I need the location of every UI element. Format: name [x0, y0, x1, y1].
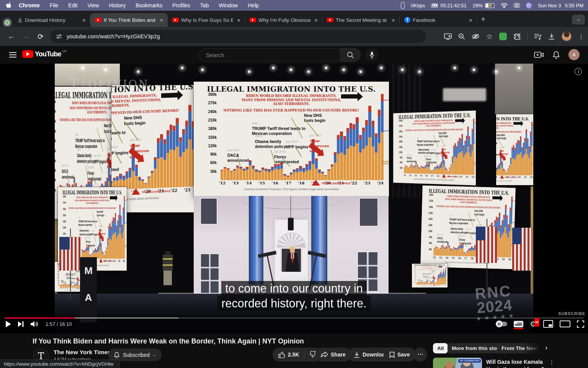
- install-icon[interactable]: [444, 33, 452, 40]
- theater-mode-button[interactable]: [560, 320, 570, 327]
- chart-bar: [293, 169, 296, 180]
- status-bar-url: https://www.youtube.com/watch?v=hNDgcjVG…: [0, 360, 119, 368]
- hidden-eye-icon[interactable]: [472, 33, 480, 39]
- chart-bar: [239, 167, 242, 180]
- miniplayer-button[interactable]: [543, 320, 553, 328]
- chart-bar: [138, 177, 141, 189]
- close-icon[interactable]: ×: [158, 17, 165, 23]
- control-center-icon[interactable]: [514, 3, 520, 8]
- recommendation-thumbnail[interactable]: THE LISTENING POST: [433, 358, 482, 368]
- nyt-logo: T: [69, 77, 78, 90]
- tab-five-guys[interactable]: Why Is Five Guys So Ex ×: [168, 13, 245, 27]
- new-tab-button[interactable]: +: [481, 15, 485, 24]
- tab-facebook[interactable]: f Facebook ×: [400, 13, 477, 27]
- immigration-chart: ILLEGAL IMMIGRATION INTO THE U.S.BIDEN W…: [420, 186, 515, 269]
- youtube-logo[interactable]: YouTube LK: [22, 50, 67, 58]
- zoom-icon[interactable]: [458, 33, 465, 40]
- search-input-box[interactable]: [199, 48, 340, 61]
- share-button[interactable]: Share: [315, 348, 351, 361]
- reload-button[interactable]: ⟳: [38, 32, 44, 41]
- like-button[interactable]: 2.5K: [273, 351, 304, 358]
- siri-icon[interactable]: [526, 3, 532, 8]
- chart-bar: [261, 168, 264, 180]
- chart-bar: [327, 169, 330, 180]
- menu-item-tab[interactable]: Tab: [200, 2, 209, 8]
- chart-bar: [157, 138, 160, 188]
- close-icon[interactable]: ×: [467, 17, 474, 23]
- recommendation-title[interactable]: Will Gaza lose Kamala Harris the preside…: [486, 358, 544, 368]
- menu-item-window[interactable]: Window: [219, 2, 238, 8]
- extensions-puzzle-icon[interactable]: [513, 33, 521, 40]
- menu-item-bookmarks[interactable]: Bookmarks: [136, 2, 162, 8]
- play-button[interactable]: [5, 321, 11, 327]
- chip-all[interactable]: All: [433, 343, 448, 353]
- subtitles-button[interactable]: [514, 321, 523, 327]
- tab-active-video[interactable]: If You Think Biden and ×: [90, 13, 168, 27]
- bookmark-star-icon[interactable]: ☆: [486, 32, 493, 41]
- chart-bar: [243, 169, 245, 180]
- guide-menu-icon[interactable]: [9, 52, 16, 58]
- menu-bar-time[interactable]: 5:55 PM: [565, 3, 583, 8]
- chart-bar: [353, 124, 355, 180]
- menu-item-view[interactable]: View: [87, 2, 99, 8]
- close-icon[interactable]: ×: [313, 17, 319, 23]
- menu-item-profiles[interactable]: Profiles: [172, 2, 190, 8]
- menu-item-history[interactable]: History: [109, 2, 126, 8]
- volume-icon[interactable]: [31, 321, 39, 327]
- more-actions-button[interactable]: ⋯: [413, 348, 427, 361]
- search-button[interactable]: [340, 48, 361, 62]
- maximize-window-button[interactable]: [6, 21, 8, 24]
- save-button[interactable]: Save: [384, 348, 416, 361]
- menu-bar-date[interactable]: Sun Nov 3: [538, 3, 561, 8]
- tab-search-button[interactable]: ⌄: [572, 15, 585, 25]
- menu-item-file[interactable]: File: [50, 2, 59, 8]
- stage-light: [325, 67, 327, 69]
- site-settings-icon[interactable]: [56, 33, 62, 39]
- downloads-icon[interactable]: [548, 33, 555, 40]
- create-icon[interactable]: [534, 51, 544, 58]
- menu-item-help[interactable]: Help: [248, 2, 259, 8]
- close-icon[interactable]: ×: [390, 17, 397, 23]
- share-icon: [321, 352, 328, 358]
- voice-search-button[interactable]: [365, 48, 378, 61]
- back-button[interactable]: ←: [8, 32, 15, 41]
- progress-bar[interactable]: [5, 317, 583, 319]
- next-button[interactable]: [18, 321, 24, 327]
- tab-secret-meeting[interactable]: The Secret Meeting at ×: [322, 13, 400, 27]
- menu-item-chrome[interactable]: Chrome: [19, 2, 40, 8]
- chip-from-channel[interactable]: From The New York: [497, 343, 542, 353]
- channel-name[interactable]: The New York Times✓: [54, 349, 117, 356]
- chrome-menu-icon[interactable]: ⋮: [578, 33, 584, 40]
- chips-next-arrow[interactable]: ›: [545, 343, 547, 352]
- info-icon[interactable]: i: [575, 68, 582, 75]
- search-input[interactable]: [205, 51, 340, 59]
- extension-green-icon[interactable]: [499, 33, 507, 40]
- account-avatar[interactable]: A: [568, 49, 580, 60]
- forward-button[interactable]: →: [23, 32, 30, 41]
- settings-gear-icon[interactable]: ⚙HD: [530, 320, 537, 328]
- chart-bar: [274, 164, 277, 180]
- wifi-icon[interactable]: [501, 3, 508, 8]
- stage-light: [181, 67, 183, 69]
- tab-obsessed[interactable]: Why I'm Fully Obsessed ×: [245, 13, 322, 27]
- bell-icon: [114, 352, 120, 358]
- video-player[interactable]: ILLEGAL IMMIGRATION INTO THE U.S.BIDEN W…: [0, 64, 588, 334]
- autoplay-toggle[interactable]: [497, 322, 507, 326]
- notifications-bell-icon[interactable]: [552, 51, 560, 59]
- chart-bar: [365, 120, 368, 180]
- fullscreen-button[interactable]: [577, 320, 584, 328]
- profile-avatar[interactable]: [562, 31, 572, 41]
- close-icon[interactable]: ×: [81, 17, 87, 23]
- tab-download-history[interactable]: Download History ×: [13, 13, 90, 27]
- apple-menu-icon[interactable]: [6, 2, 12, 9]
- stage-light: [201, 69, 204, 71]
- recommendation-menu-icon[interactable]: ⋮: [549, 359, 555, 366]
- chart-bar: [359, 135, 362, 180]
- media-controls-icon[interactable]: [534, 33, 542, 40]
- address-bar[interactable]: youtube.com/watch?v=HyzGkEV3p2g: [51, 30, 426, 43]
- url-text[interactable]: youtube.com/watch?v=HyzGkEV3p2g: [67, 33, 160, 39]
- rnc-2024-watermark: RNC 2024 ★ ★ ★ ★ ★: [474, 284, 514, 321]
- battery-clamp-icon[interactable]: [401, 2, 405, 9]
- menu-item-edit[interactable]: Edit: [68, 2, 77, 8]
- close-icon[interactable]: ×: [235, 17, 242, 23]
